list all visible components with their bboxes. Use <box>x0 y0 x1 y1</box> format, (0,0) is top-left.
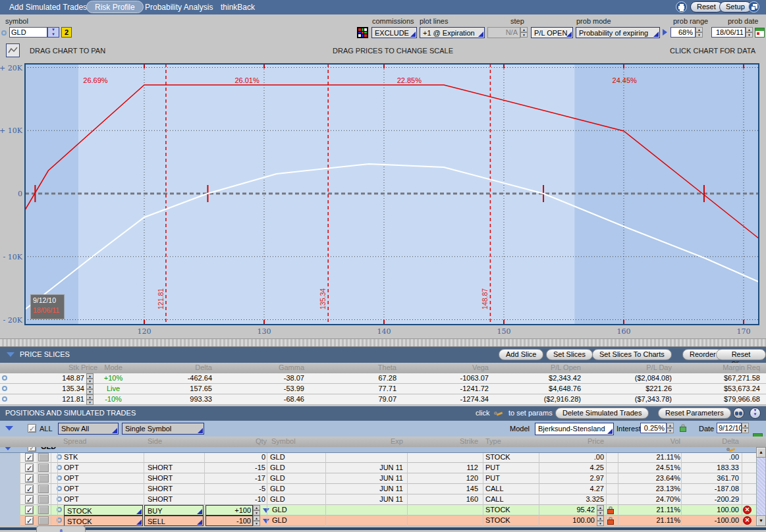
reset-button[interactable]: Reset <box>690 1 723 13</box>
row-qty-dropdown-icon[interactable] <box>263 519 269 523</box>
tab-risk-profile[interactable]: Risk Profile <box>86 1 144 13</box>
date-spinner[interactable]: ▲▼ <box>742 423 749 433</box>
row-qty-dropdown-icon[interactable] <box>263 508 269 513</box>
commissions-select[interactable]: EXCLUDE <box>371 27 417 38</box>
row-qty-spinner[interactable]: ▲▼ <box>253 516 260 526</box>
delete-simulated-trades-button[interactable]: Delete Simulated Trades <box>555 408 649 419</box>
step-input[interactable]: N/A <box>487 27 520 38</box>
prob-date-calendar-icon[interactable] <box>755 28 765 38</box>
row-spread-select[interactable]: STOCK <box>64 516 143 526</box>
risk-profile-chart[interactable]: 120130140150160170+ 20K+ 10K0- 10K- 20K1… <box>0 59 766 338</box>
row-checkbox[interactable]: ✓ <box>25 495 34 504</box>
collapse-positions-icon[interactable] <box>5 426 13 431</box>
plot-lines-select[interactable]: +1 @ Expiration <box>420 27 485 38</box>
slice-stk_price[interactable]: 121.81 <box>26 394 84 404</box>
slice-stk_price[interactable]: 148.87 <box>26 373 84 383</box>
prob-mode-select[interactable]: Probability of expiring <box>576 27 660 38</box>
prob-date-spinner[interactable]: ▲▼ <box>746 27 753 38</box>
scroll-up-button[interactable]: ▲ <box>756 447 766 458</box>
interest-spinner[interactable]: ▲▼ <box>667 423 674 433</box>
row-analyze-button[interactable] <box>38 485 49 493</box>
interest-input[interactable]: 0.25% <box>640 423 667 433</box>
row-checkbox[interactable]: ✓ <box>25 453 34 462</box>
prob-range-input[interactable]: 68% <box>670 27 696 38</box>
slice-price-spinner[interactable]: ▲▼ <box>86 394 94 405</box>
row-delete-icon[interactable]: ✕ <box>743 516 752 525</box>
group-collapse-icon[interactable] <box>4 447 12 450</box>
print-icon[interactable] <box>676 1 687 13</box>
reset-parameters-button[interactable]: Reset Parameters <box>658 408 731 419</box>
row-price-spinner[interactable]: ▲▼ <box>597 516 604 526</box>
link-group-badge[interactable]: 2 <box>61 27 72 38</box>
set-slices-to-charts-button[interactable]: Set Slices To Charts <box>592 349 672 360</box>
prob-expand-arrow-icon[interactable] <box>663 29 667 36</box>
scroll-down-button[interactable]: ▼ <box>756 516 766 526</box>
symbol-dropdown-button[interactable]: ▼▼ <box>47 27 59 38</box>
all-checkbox[interactable]: ✓ <box>28 424 36 433</box>
collapse-all-icon[interactable]: ▼▼ <box>750 408 761 419</box>
row-side-select[interactable]: BUY <box>144 505 204 516</box>
row-side-select[interactable]: SELL <box>144 516 204 526</box>
position-row[interactable]: ✓STOCKBUY+100▲▼GLDSTOCK95.42▲▼21.11%100.… <box>0 505 756 516</box>
positions-scrollbar[interactable] <box>756 447 766 526</box>
group-wrench-icon[interactable] <box>726 447 736 453</box>
show-all-select[interactable]: Show All <box>58 423 119 435</box>
row-qty-input[interactable]: -100 <box>205 516 253 526</box>
add-slice-button[interactable]: Add Slice <box>499 349 543 360</box>
pl-mode-select[interactable]: P/L OPEN <box>531 27 573 38</box>
row-analyze-button[interactable] <box>38 506 49 514</box>
commissions-grid-icon[interactable] <box>357 27 368 38</box>
symbol-group-row[interactable]: ✓ GLD <box>0 447 756 453</box>
row-analyze-button[interactable] <box>38 464 49 472</box>
setup-button[interactable]: Setup <box>719 1 752 13</box>
tab-add-simulated-trades[interactable]: Add Simulated Trades <box>7 0 90 14</box>
binoculars-icon[interactable] <box>733 408 744 419</box>
row-checkbox[interactable]: ✓ <box>25 474 34 483</box>
collapse-slices-icon[interactable] <box>7 352 14 357</box>
slice-price-spinner[interactable]: ▲▼ <box>86 373 94 384</box>
position-row[interactable]: ✓OPTSHORT-10GLDJUN 11160CALL3.32524.70%-… <box>0 494 756 505</box>
set-slices-button[interactable]: Set Slices <box>546 349 593 360</box>
row-price-lock-icon[interactable] <box>607 506 614 514</box>
row-analyze-button[interactable] <box>38 453 49 462</box>
chart-style-button[interactable] <box>6 43 20 57</box>
position-row[interactable]: ✓STK0GLDSTOCK.0021.11%.00 <box>0 452 756 463</box>
row-checkbox[interactable]: ✓ <box>25 464 34 472</box>
row-price-spinner[interactable]: ▲▼ <box>597 505 604 516</box>
slice-pl_day: ($7,343.78) <box>591 394 672 404</box>
svg-text:160: 160 <box>617 327 631 336</box>
interest-lock-icon[interactable] <box>680 424 686 432</box>
row-checkbox[interactable]: ✓ <box>25 516 34 525</box>
prob-range-spinner[interactable]: ▲▼ <box>696 27 703 38</box>
row-price-lock-icon[interactable] <box>607 517 614 525</box>
position-row[interactable]: ✓STOCKSELL-100▲▼GLDSTOCK100.00▲▼21.11%-1… <box>0 516 756 526</box>
row-checkbox[interactable]: ✓ <box>25 485 34 493</box>
step-spinner[interactable]: ▲▼ <box>520 27 528 38</box>
prob-date-input[interactable]: 18/06/11 <box>711 27 746 38</box>
reset-slices-button[interactable]: Reset Slices <box>716 349 766 360</box>
single-symbol-select[interactable]: Single Symbol <box>122 423 204 435</box>
row-qty-input[interactable]: +100 <box>205 505 253 516</box>
position-row[interactable]: ✓OPTSHORT-5GLDJUN 11145CALL4.2723.13%-18… <box>0 484 756 494</box>
date-input[interactable]: 9/12/10 <box>717 423 742 433</box>
row-delete-icon[interactable]: ✕ <box>743 506 752 514</box>
row-spread-select[interactable]: STOCK <box>64 505 143 516</box>
col-delta: Delta <box>132 363 212 373</box>
slice-price-spinner[interactable]: ▲▼ <box>86 384 94 394</box>
model-select[interactable]: Bjerksund-Stensland <box>535 423 614 435</box>
tab-probability-analysis[interactable]: Probability Analysis <box>142 0 215 14</box>
row-analyze-button[interactable] <box>38 495 49 504</box>
chart-splitter-handle[interactable] <box>0 338 766 347</box>
row-qty-spinner[interactable]: ▲▼ <box>253 505 260 516</box>
collapse-panel-tab[interactable]: « <box>36 525 86 532</box>
row-checkbox[interactable]: ✓ <box>25 506 34 514</box>
detach-window-icon[interactable] <box>748 1 759 13</box>
tab-thinkback[interactable]: thinkBack <box>218 0 258 14</box>
slice-stk_price[interactable]: 135.34 <box>26 384 84 394</box>
symbol-input[interactable]: GLD <box>9 27 47 38</box>
row-analyze-button[interactable] <box>38 474 49 483</box>
position-row[interactable]: ✓OPTSHORT-15GLDJUN 11112PUT4.2524.51%183… <box>0 463 756 473</box>
group-checkbox[interactable]: ✓ <box>28 447 36 452</box>
position-row[interactable]: ✓OPTSHORT-17GLDJUN 11120PUT2.9723.64%361… <box>0 473 756 484</box>
row-analyze-button[interactable] <box>38 516 49 525</box>
